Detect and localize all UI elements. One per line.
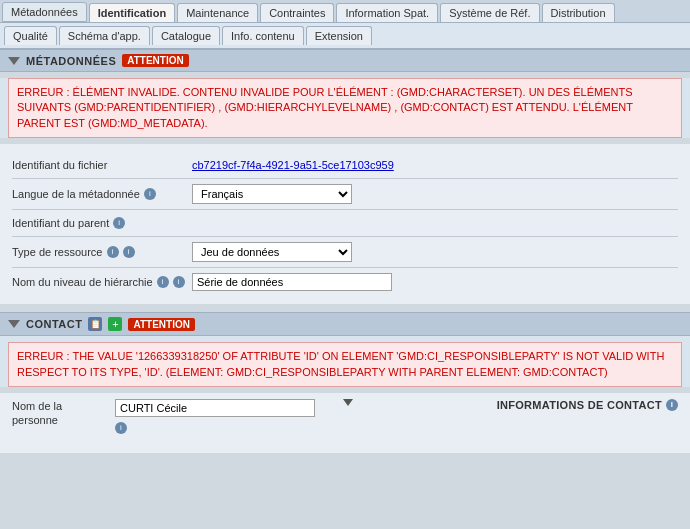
type-ressource-row: Type de ressource i i Jeu de données	[12, 237, 678, 267]
informations-contact-info-icon[interactable]: i	[666, 399, 678, 411]
identifiant-label: Identifiant du fichier	[12, 159, 192, 171]
type-ressource-info-icon2[interactable]: i	[123, 246, 135, 258]
niveau-hierarchie-input[interactable]	[192, 273, 392, 291]
niveau-hierarchie-control	[192, 273, 392, 291]
tab-metadonnees[interactable]: Métadonnées	[2, 2, 87, 22]
nom-personne-label: Nom de la personne	[12, 399, 107, 428]
type-ressource-info-icon1[interactable]: i	[107, 246, 119, 258]
person-dropdown-arrow-icon[interactable]	[343, 399, 353, 406]
tab-distribution[interactable]: Distribution	[542, 3, 615, 22]
contact-error-text: ERREUR : THE VALUE '1266339318250' OF AT…	[17, 350, 664, 377]
contact-error-box: ERREUR : THE VALUE '1266339318250' OF AT…	[8, 342, 682, 387]
contact-add-icon[interactable]: +	[108, 317, 122, 331]
tab-catalogue[interactable]: Catalogue	[152, 26, 220, 45]
contact-section-title: CONTACT	[26, 318, 82, 330]
metadata-section-title: MÉTADONNÉES	[26, 55, 116, 67]
dropdown-arrow-col	[343, 399, 353, 406]
langue-row: Langue de la métadonnée i Français	[12, 179, 678, 209]
tab-row-1: Métadonnées Identification Maintenance C…	[0, 0, 690, 23]
tab-info-contenu[interactable]: Info. contenu	[222, 26, 304, 45]
nom-personne-input-col: i	[115, 399, 315, 434]
tab-maintenance[interactable]: Maintenance	[177, 3, 258, 22]
identifiant-row: Identifiant du fichier cb7219cf-7f4a-492…	[12, 152, 678, 178]
niveau-hierarchie-row: Nom du niveau de hiérarchie i i	[12, 268, 678, 296]
contact-collapse-icon[interactable]	[8, 320, 20, 328]
collapse-icon[interactable]	[8, 57, 20, 65]
informations-contact-label: INFORMATIONS DE CONTACT	[497, 399, 662, 411]
form-area: Identifiant du fichier cb7219cf-7f4a-492…	[0, 144, 690, 304]
metadata-error-container: ERREUR : ÉLÉMENT INVALIDE. CONTENU INVAL…	[0, 78, 690, 138]
type-ressource-label: Type de ressource i i	[12, 246, 192, 258]
niveau-hierarchie-info-icon2[interactable]: i	[173, 276, 185, 288]
langue-select[interactable]: Français	[192, 184, 352, 204]
bottom-form-area: Nom de la personne i INFORMATIONS DE CON…	[0, 393, 690, 453]
identifiant-parent-row: Identifiant du parent i	[12, 210, 678, 236]
contact-book-icon: 📋	[88, 317, 102, 331]
nom-personne-input[interactable]	[115, 399, 315, 417]
langue-control: Français	[192, 184, 352, 204]
metadata-attention-badge: ATTENTION	[122, 54, 188, 67]
langue-label: Langue de la métadonnée i	[12, 188, 192, 200]
contact-section: CONTACT 📋 + ATTENTION ERREUR : THE VALUE…	[0, 312, 690, 387]
contact-attention-badge: ATTENTION	[128, 318, 194, 331]
niveau-hierarchie-label: Nom du niveau de hiérarchie i i	[12, 276, 192, 288]
type-ressource-control: Jeu de données	[192, 242, 352, 262]
identifiant-parent-info-icon[interactable]: i	[113, 217, 125, 229]
tab-schema-app[interactable]: Schéma d'app.	[59, 26, 150, 45]
metadata-error-text: ERREUR : ÉLÉMENT INVALIDE. CONTENU INVAL…	[17, 86, 633, 129]
niveau-hierarchie-info-icon1[interactable]: i	[157, 276, 169, 288]
langue-info-icon[interactable]: i	[144, 188, 156, 200]
nom-personne-info-icon[interactable]: i	[115, 422, 127, 434]
tab-information-spat[interactable]: Information Spat.	[336, 3, 438, 22]
tab-identification[interactable]: Identification	[89, 3, 175, 22]
metadata-section-header: MÉTADONNÉES ATTENTION	[0, 49, 690, 72]
identifiant-value[interactable]: cb7219cf-7f4a-4921-9a51-5ce17103c959	[192, 159, 678, 171]
tab-systeme-ref[interactable]: Système de Réf.	[440, 3, 539, 22]
tab-qualite[interactable]: Qualité	[4, 26, 57, 45]
tab-row-2: Qualité Schéma d'app. Catalogue Info. co…	[0, 23, 690, 49]
contact-info-label-section: INFORMATIONS DE CONTACT i	[497, 399, 678, 411]
tab-extension[interactable]: Extension	[306, 26, 372, 45]
contact-section-header: CONTACT 📋 + ATTENTION	[0, 312, 690, 336]
tab-contraintes[interactable]: Contraintes	[260, 3, 334, 22]
type-ressource-select[interactable]: Jeu de données	[192, 242, 352, 262]
metadata-error-box: ERREUR : ÉLÉMENT INVALIDE. CONTENU INVAL…	[8, 78, 682, 138]
identifiant-parent-label: Identifiant du parent i	[12, 217, 192, 229]
